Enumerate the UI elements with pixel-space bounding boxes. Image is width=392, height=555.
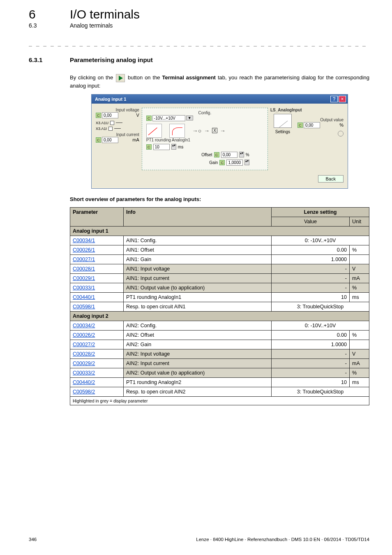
group-header: Analog input 2 — [70, 311, 369, 321]
help-icon[interactable]: ? — [330, 96, 338, 102]
connector-line — [116, 123, 122, 123]
pt1-field[interactable]: 10 — [153, 144, 170, 150]
info-cell: Resp. to open circuit AIN2 — [124, 387, 272, 396]
info-cell: AIN2: Offset — [124, 330, 272, 340]
parameter-link[interactable]: C00034/1 — [73, 238, 95, 243]
intro-text-mid1: button on the — [128, 74, 162, 81]
input-current-unit: mA — [132, 137, 139, 142]
tab-name-bold: Terminal assignment — [162, 74, 216, 81]
parameter-link[interactable]: C00598/1 — [73, 304, 95, 310]
spinner-icon[interactable]: ▴▾ — [239, 152, 244, 157]
ls-block-label: LS_AnalogInput — [270, 108, 295, 112]
arrow-icon: → — [220, 127, 226, 134]
unit-cell: V — [350, 264, 369, 273]
dialog-title: Analog input 1 — [95, 97, 126, 102]
parameter-table: Parameter Info Lenze setting Value Unit … — [70, 207, 369, 405]
dropdown-arrow-icon[interactable]: ▼ — [186, 116, 193, 120]
info-cell: AIN1: Offset — [124, 245, 272, 254]
section-heading: 6.3 Analog terminals — [29, 22, 369, 29]
input-current-field[interactable]: 0,00 — [102, 137, 118, 143]
unit-cell: mA — [350, 358, 369, 368]
spinner-icon[interactable]: ▴▾ — [171, 144, 176, 150]
arrow-icon: → — [204, 127, 210, 134]
subsection-number: 6.3.1 — [29, 56, 53, 63]
parameter-link[interactable]: C00440/1 — [73, 294, 95, 300]
parameter-link[interactable]: C00027/1 — [73, 257, 95, 262]
unit-cell: % — [350, 368, 369, 377]
info-cell: AIN2: Input current — [124, 358, 272, 368]
parameter-link[interactable]: C00026/1 — [73, 247, 95, 253]
spinner-icon[interactable]: ▴▾ — [244, 160, 249, 165]
parameter-link[interactable]: C00029/2 — [73, 361, 95, 366]
input-voltage-unit: V — [136, 113, 139, 118]
c-tag-icon: C — [146, 144, 152, 150]
info-cell: AIN1: Input current — [124, 273, 272, 283]
curve-graph-icon — [169, 124, 185, 138]
col-parameter: Parameter — [70, 207, 124, 226]
terminal-a1u-label: X3.A1U — [96, 121, 108, 125]
parameter-link[interactable]: C00598/2 — [73, 389, 95, 395]
info-cell: AIN2: Output value (to application) — [124, 368, 272, 377]
unit-cell: % — [350, 245, 369, 254]
group-header: Analog input 1 — [70, 226, 369, 236]
parameter-link[interactable]: C00028/1 — [73, 266, 95, 272]
gain-field[interactable]: 1,0000 — [226, 160, 243, 166]
value-cell: - — [272, 368, 350, 377]
chapter-number: 6 — [29, 7, 53, 21]
unit-cell: ms — [350, 377, 369, 387]
parameter-link[interactable]: C00027/2 — [73, 342, 95, 347]
c-tag-icon: C — [297, 123, 303, 128]
value-cell: - — [272, 283, 350, 292]
section-number: 6.3 — [29, 22, 53, 29]
play-icon — [116, 74, 125, 82]
pt1-label: PT1 rounding AnalogIn1 — [146, 138, 263, 142]
value-cell: - — [272, 273, 350, 283]
input-voltage-field[interactable]: 0,00 — [102, 112, 118, 118]
parameter-link[interactable]: C00026/2 — [73, 332, 95, 338]
c-tag-icon: C — [96, 137, 101, 143]
parameter-link[interactable]: C00033/2 — [73, 370, 95, 376]
parameter-link[interactable]: C00028/2 — [73, 351, 95, 357]
info-cell: Resp. to open circuit AIN1 — [124, 302, 272, 311]
input-current-label: Input current — [96, 132, 139, 137]
terminal-a1i-label: X3.A1I — [96, 127, 107, 131]
chapter-heading: 6 I/O terminals — [29, 7, 369, 21]
unit-cell: V — [350, 349, 369, 358]
section-title: Analog terminals — [70, 22, 113, 29]
col-unit: Unit — [350, 217, 369, 226]
parameter-link[interactable]: C00029/1 — [73, 275, 95, 281]
info-cell: PT1 rounding AnalogIn1 — [124, 292, 272, 302]
settings-label: Settings — [270, 130, 295, 134]
terminal-box-icon — [108, 127, 113, 131]
terminal-box-icon — [110, 121, 114, 125]
config-dropdown[interactable]: -10V...+10V — [152, 115, 185, 121]
config-label: Config. — [146, 111, 263, 115]
unit-cell — [350, 254, 369, 264]
unit-cell — [350, 340, 369, 349]
value-cell: 1.0000 — [272, 340, 350, 349]
value-cell: 10 — [272, 292, 350, 302]
page-number: 346 — [29, 537, 37, 542]
info-cell: AIN1: Config. — [124, 236, 272, 245]
table-footnote: Highlighted in grey = display parameter — [70, 396, 369, 405]
back-button[interactable]: Back — [318, 175, 344, 183]
info-cell: AIN2: Config. — [124, 321, 272, 330]
dialog-titlebar: Analog input 1 ? × — [92, 95, 348, 104]
ls-block-icon — [274, 114, 292, 128]
parameter-link[interactable]: C00034/2 — [73, 323, 95, 328]
parameter-link[interactable]: C00033/1 — [73, 285, 95, 291]
info-cell: AIN2: Gain — [124, 340, 272, 349]
value-cell: - — [272, 264, 350, 273]
col-lenze-setting: Lenze setting — [272, 207, 369, 217]
value-cell: - — [272, 358, 350, 368]
offset-field[interactable]: 0,00 — [221, 152, 238, 158]
parameter-link[interactable]: C00440/2 — [73, 379, 95, 385]
close-icon[interactable]: × — [339, 96, 346, 102]
value-cell: 3: TroubleQuickStop — [272, 302, 369, 311]
value-cell: 3: TroubleQuickStop — [272, 387, 369, 396]
footer-right-text: Lenze · 8400 HighLine · Referenzhandbuch… — [196, 537, 369, 542]
gain-label: Gain — [209, 160, 218, 165]
separator-line: _ _ _ _ _ _ _ _ _ _ _ _ _ _ _ _ _ _ _ _ … — [29, 40, 369, 46]
info-cell: AIN2: Input voltage — [124, 349, 272, 358]
output-port-icon — [338, 131, 344, 136]
